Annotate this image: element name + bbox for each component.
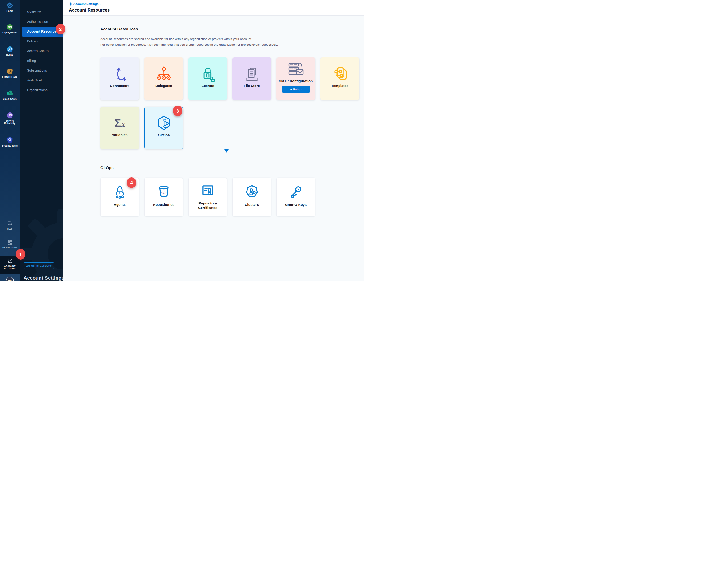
card-smtp-configuration[interactable]: SMTP Configuration + Setup	[276, 57, 315, 100]
card-templates[interactable]: Templates	[320, 57, 359, 100]
gnupg-keys-icon	[288, 183, 304, 201]
service-reliability-icon	[6, 112, 13, 119]
page-header: Account Settings › Account Resources	[63, 0, 364, 16]
deployments-icon	[6, 24, 13, 31]
resource-cards-row-1: Connectors Delegates Secrets	[100, 57, 359, 100]
main-content: Account Settings › Account Resources Acc…	[63, 0, 364, 281]
sidebar-item-organizations[interactable]: Organizations	[20, 85, 63, 95]
section-description: Account Resources are shared and availab…	[100, 36, 278, 48]
rail-item-cloud-costs[interactable]: $ Cloud Costs	[0, 90, 20, 100]
description-line-2: For better isolation of resources, it is…	[100, 43, 278, 46]
content-area: Account Resources Account Resources are …	[63, 16, 364, 281]
rail-item-account-settings[interactable]: ACCOUNT SETTINGS	[0, 255, 20, 274]
gitops-section-title: GitOps	[100, 165, 114, 170]
sidebar-footer-title: Account Settings	[24, 275, 63, 281]
agents-icon	[112, 183, 128, 201]
builds-icon	[6, 46, 13, 53]
section-divider-top	[100, 159, 364, 159]
left-icon-rail: Home Deployments Builds Feature Flags $ …	[0, 0, 20, 281]
card-gnupg-keys[interactable]: GnuPG Keys	[276, 177, 315, 217]
rail-item-service-reliability[interactable]: Service Reliability	[0, 112, 20, 125]
gear-icon	[7, 258, 13, 264]
card-secrets[interactable]: Secrets	[188, 57, 227, 100]
annotation-badge-2: 2	[56, 24, 65, 34]
sidebar-item-overview[interactable]: Overview	[20, 7, 63, 17]
rail-item-security-tests[interactable]: Security Tests	[0, 137, 20, 147]
rail-item-feature-flags[interactable]: Feature Flags	[0, 68, 20, 78]
rail-item-builds[interactable]: Builds	[0, 46, 20, 56]
dashboards-icon	[7, 240, 13, 245]
card-delegates[interactable]: Delegates	[144, 57, 183, 100]
clusters-icon	[244, 183, 260, 201]
templates-icon	[332, 64, 348, 83]
cloud-costs-icon: $	[6, 90, 13, 97]
card-connectors[interactable]: Connectors	[100, 57, 139, 100]
svg-text:</>: </>	[161, 190, 166, 194]
card-variables[interactable]: Σx Variables	[100, 107, 139, 149]
avatar[interactable]: MC	[6, 277, 14, 281]
section-title: Account Resources	[100, 27, 138, 32]
card-file-store[interactable]: File Store	[232, 57, 271, 100]
rail-item-home[interactable]: Home	[0, 2, 20, 12]
svg-text:?: ?	[9, 222, 10, 224]
home-icon	[6, 2, 13, 9]
annotation-badge-4: 4	[127, 177, 136, 188]
sidebar-item-subscriptions[interactable]: Subscriptions	[20, 66, 63, 76]
repositories-icon: </>	[156, 183, 172, 201]
sidebar-item-access-control[interactable]: Access Control	[20, 46, 63, 56]
repository-certificates-icon	[200, 181, 216, 199]
variables-icon: Σx	[114, 113, 125, 133]
section-divider-bottom	[100, 227, 364, 228]
description-line-1: Account Resources are shared and availab…	[100, 37, 252, 41]
annotation-badge-1: 1	[16, 249, 25, 259]
resource-cards-row-2: Σx Variables GitOps	[100, 107, 183, 149]
file-store-icon	[244, 64, 260, 83]
gitops-icon	[156, 113, 172, 133]
sidebar-item-authentication[interactable]: Authentication	[20, 17, 63, 27]
secrets-icon	[200, 64, 216, 83]
card-repository-certificates[interactable]: Repository Certificates	[188, 177, 227, 217]
breadcrumb-chevron: ›	[100, 2, 101, 6]
rail-item-dashboards[interactable]: DASHBOARDS	[0, 240, 20, 249]
card-clusters[interactable]: Clusters	[232, 177, 271, 217]
sidebar-item-policies[interactable]: Policies	[20, 36, 63, 46]
gitops-pointer-arrow	[224, 149, 229, 153]
connectors-icon	[112, 64, 128, 83]
launch-first-generation-button[interactable]: Launch First Generation	[24, 262, 54, 269]
sidebar-nav: Overview Authentication Account Resource…	[20, 7, 63, 95]
smtp-configuration-icon	[288, 60, 304, 79]
card-repositories[interactable]: </> Repositories	[144, 177, 183, 217]
feature-flags-icon	[6, 68, 13, 75]
page-title: Account Resources	[69, 8, 110, 13]
breadcrumb[interactable]: Account Settings ›	[69, 2, 101, 6]
delegates-icon	[156, 64, 172, 83]
rail-item-deployments[interactable]: Deployments	[0, 24, 20, 34]
gear-watermark-icon	[20, 207, 63, 281]
help-icon: ?	[7, 221, 13, 227]
breadcrumb-gear-icon	[69, 2, 72, 6]
sidebar-item-audit-trail[interactable]: Audit Trail	[20, 76, 63, 85]
security-tests-icon	[6, 137, 13, 144]
account-settings-sidebar: Overview Authentication Account Resource…	[20, 0, 63, 281]
app-window: Home Deployments Builds Feature Flags $ …	[0, 0, 364, 281]
rail-item-help[interactable]: ? HELP	[0, 221, 20, 230]
svg-text:$: $	[9, 92, 11, 95]
annotation-badge-3: 3	[173, 105, 182, 116]
breadcrumb-link[interactable]: Account Settings	[73, 2, 99, 6]
smtp-setup-button[interactable]: + Setup	[282, 86, 310, 93]
sidebar-item-billing[interactable]: Billing	[20, 56, 63, 66]
